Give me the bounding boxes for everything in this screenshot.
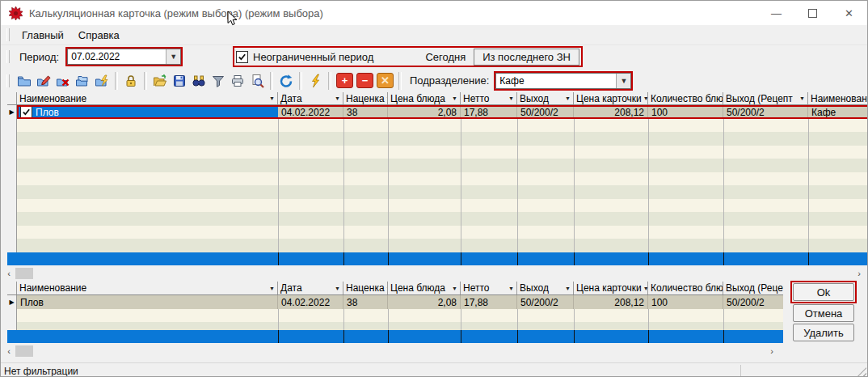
filter-icon[interactable] — [209, 71, 228, 91]
column-header-yield[interactable]: Выход▼ — [517, 92, 574, 104]
unlimited-period-checkbox[interactable] — [236, 51, 248, 63]
column-header-netto[interactable]: Нетто▼ — [461, 282, 517, 294]
lock-icon[interactable] — [121, 71, 141, 91]
bottom-horizontal-scrollbar[interactable]: ‹ › — [1, 344, 783, 361]
cell-dish-count[interactable]: 100 — [648, 105, 723, 119]
filter-dropdown-icon[interactable]: ▼ — [452, 286, 457, 291]
open-folder-icon[interactable] — [150, 71, 170, 91]
new-folder-icon[interactable] — [15, 71, 34, 91]
filter-dropdown-icon[interactable]: ▼ — [565, 95, 571, 101]
minimize-icon[interactable]: — — [758, 1, 794, 25]
copy-card-icon[interactable] — [73, 71, 92, 91]
column-header-date[interactable]: Дата▼ — [278, 282, 343, 294]
period-toolbar: Период: 07.02.2022 ▼ Неограниченный пери… — [1, 44, 867, 69]
column-header-department[interactable]: Наименование — [808, 92, 868, 104]
scroll-right-icon[interactable]: › — [767, 345, 777, 357]
column-header-netto[interactable]: Нетто▼ — [461, 92, 517, 104]
column-header-dish-count[interactable]: Количество блю▼ — [648, 282, 723, 294]
save-icon[interactable] — [170, 71, 189, 91]
ok-button[interactable]: Ok — [793, 283, 854, 301]
row-checkbox[interactable] — [20, 106, 32, 118]
filter-dropdown-icon[interactable]: ▼ — [269, 95, 275, 101]
department-combobox[interactable]: Кафе ▼ — [495, 73, 631, 89]
find-icon[interactable] — [189, 71, 209, 91]
remove-row-icon[interactable]: − — [356, 73, 373, 88]
column-header-markup[interactable]: Наценка▼ — [343, 282, 388, 294]
cancel-x-icon[interactable]: ✕ — [377, 73, 394, 88]
column-header-name[interactable]: Наименование▼ — [17, 282, 278, 294]
filter-dropdown-icon[interactable]: ▼ — [452, 95, 457, 101]
filter-dropdown-icon[interactable]: ▼ — [508, 286, 514, 291]
scrollbar-thumb[interactable] — [15, 268, 33, 279]
filter-dropdown-icon[interactable]: ▼ — [335, 286, 340, 291]
cell-markup[interactable]: 38 — [343, 105, 388, 119]
column-header-date[interactable]: Дата▼ — [278, 92, 343, 104]
cell-yield-recipe[interactable]: 50/200/2 — [723, 105, 808, 119]
column-header-card-price[interactable]: Цена карточки▼ — [574, 92, 648, 104]
table-header-row: Наименование▼Дата▼Наценка▼Цена блюда▼Нет… — [7, 282, 783, 295]
cell-dish-price[interactable]: 2,08 — [388, 295, 461, 309]
column-header-yield[interactable]: Выход▼ — [517, 282, 574, 294]
filter-dropdown-icon[interactable]: ▼ — [565, 286, 571, 291]
column-header-yield-recipe[interactable]: Выход (Рецепт▼ — [723, 92, 808, 104]
table-row[interactable]: ▶Плов04.02.2022382,0817,8850/200/2208,12… — [7, 105, 868, 119]
scrollbar-thumb[interactable] — [15, 345, 33, 357]
refresh-icon[interactable] — [276, 71, 296, 91]
scroll-right-icon[interactable]: › — [854, 268, 864, 279]
delete-card-icon[interactable] — [53, 71, 73, 91]
menu-main[interactable]: Главный — [15, 28, 71, 43]
column-header-dish-price[interactable]: Цена блюда▼ — [388, 92, 461, 104]
edit-card-icon[interactable] — [34, 71, 53, 91]
toolbar-gripper — [6, 74, 10, 87]
cell-dish-price[interactable]: 2,08 — [388, 105, 461, 119]
status-text: Нет фильтрации — [1, 366, 78, 377]
from-last-zn-button[interactable]: Из последнего ЗН — [474, 49, 579, 66]
cell-yield[interactable]: 50/200/2 — [517, 295, 574, 309]
scroll-left-icon[interactable]: ‹ — [4, 268, 14, 279]
menu-help[interactable]: Справка — [71, 28, 127, 43]
table-row[interactable]: ▶Плов04.02.2022382,0817,8850/200/2208,12… — [7, 295, 783, 309]
maximize-icon[interactable] — [794, 1, 831, 25]
cell-markup[interactable]: 38 — [343, 295, 388, 309]
cell-date[interactable]: 04.02.2022 — [278, 295, 343, 309]
column-header-card-price[interactable]: Цена карточки▼ — [574, 282, 648, 294]
chevron-down-icon[interactable]: ▼ — [616, 74, 630, 88]
close-icon[interactable]: ✕ — [831, 1, 867, 25]
chevron-down-icon[interactable]: ▼ — [166, 49, 180, 64]
cell-yield-recipe[interactable]: 50/200/2 — [723, 295, 783, 309]
resize-grip-icon[interactable] — [856, 367, 866, 377]
cell-netto[interactable]: 17,88 — [461, 105, 517, 119]
cell-card-price[interactable]: 208,12 — [574, 105, 648, 119]
filter-dropdown-icon[interactable]: ▼ — [508, 95, 514, 101]
lightning-icon[interactable] — [305, 71, 325, 91]
cancel-button[interactable]: Отмена — [793, 304, 854, 322]
column-header-dish-price[interactable]: Цена блюда▼ — [388, 282, 461, 294]
period-mode-group: Неограниченный период Сегодня Из последн… — [233, 46, 583, 67]
filter-dropdown-icon[interactable]: ▼ — [335, 95, 340, 101]
toolbar-separator — [270, 72, 273, 90]
add-row-icon[interactable]: + — [336, 73, 353, 88]
cell-name[interactable]: Плов — [17, 295, 278, 309]
cell-date[interactable]: 04.02.2022 — [278, 105, 343, 119]
cell-yield[interactable]: 50/200/2 — [517, 105, 574, 119]
top-horizontal-scrollbar[interactable]: ‹ › — [1, 266, 868, 281]
quick-edit-icon[interactable] — [92, 71, 112, 91]
cell-netto[interactable]: 17,88 — [461, 295, 517, 309]
cell-name[interactable]: Плов — [17, 105, 278, 119]
cell-card-price[interactable]: 208,12 — [574, 295, 648, 309]
print-preview-icon[interactable] — [247, 71, 267, 91]
cell-dish-count[interactable]: 100 — [648, 295, 723, 309]
cell-department[interactable]: Кафе — [808, 105, 868, 119]
filter-dropdown-icon[interactable]: ▼ — [269, 286, 275, 291]
today-button[interactable]: Сегодня — [420, 49, 470, 65]
column-header-markup[interactable]: Наценка▼ — [343, 92, 388, 104]
scroll-left-icon[interactable]: ‹ — [4, 345, 14, 357]
period-combobox[interactable]: 07.02.2022 ▼ — [67, 49, 181, 65]
unlimited-period-label[interactable]: Неограниченный период — [253, 51, 373, 63]
column-header-name[interactable]: Наименование▼ — [17, 92, 278, 104]
column-header-dish-count[interactable]: Количество блю▼ — [648, 92, 723, 104]
column-header-yield-recipe[interactable]: Выход (Рецепт▼ — [723, 282, 783, 294]
print-icon[interactable] — [228, 71, 247, 91]
delete-button[interactable]: Удалить — [793, 324, 854, 341]
filter-dropdown-icon[interactable]: ▼ — [799, 95, 805, 101]
